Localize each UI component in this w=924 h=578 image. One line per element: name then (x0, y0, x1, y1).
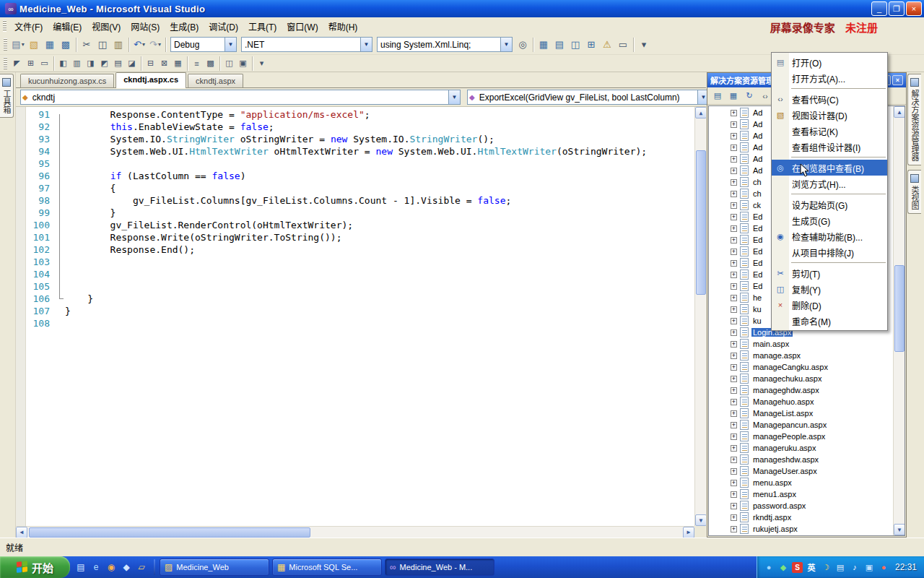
expand-icon[interactable]: + (731, 156, 737, 163)
tree-item[interactable]: +managechuku.aspx (709, 373, 893, 384)
context-menu-item[interactable]: 打开方式(A)... (772, 70, 887, 86)
vertical-spacing-icon[interactable]: ▩ (204, 56, 217, 70)
volume-icon[interactable]: ♪ (849, 561, 860, 573)
expand-icon[interactable]: + (731, 480, 737, 486)
tree-item[interactable]: +ManageUser.aspx (709, 465, 893, 477)
taskbar-window-button[interactable]: ∞Medicine_Web - M... (385, 558, 494, 576)
taskbar-window-button[interactable]: ▦Microsoft SQL Se... (272, 558, 382, 576)
code-line[interactable]: 100 gv_FileList.RenderControl(oHtmlTextW… (16, 219, 694, 231)
expand-icon[interactable]: + (731, 225, 737, 232)
align-centers-icon[interactable]: ▥ (70, 56, 84, 70)
expand-icon[interactable]: + (731, 376, 737, 382)
toolbox-icon[interactable]: ⊞ (583, 37, 599, 53)
same-width-icon[interactable]: ⊟ (144, 56, 157, 70)
class-view-sidetab[interactable]: 类视图 (907, 170, 921, 214)
context-menu-item[interactable]: 查看标记(K) (772, 123, 887, 139)
menu-item[interactable]: 网站(S) (126, 20, 165, 35)
code-line[interactable]: 93 System.IO.StringWriter oStringWriter … (16, 133, 694, 145)
insert-div-icon[interactable]: ▭ (38, 56, 51, 70)
object-browser-icon[interactable]: ◫ (567, 37, 583, 53)
tree-item[interactable]: +menu1.aspx (709, 488, 893, 500)
menu-item[interactable]: 编辑(E) (48, 20, 87, 35)
align-lefts-icon[interactable]: ◧ (56, 56, 70, 70)
code-line[interactable]: 102 Response.End(); (16, 243, 694, 256)
add-new-item-icon[interactable]: ▤▾ (10, 37, 26, 53)
types-combo[interactable]: ◆ ckndtj ▼ (20, 90, 461, 105)
code-line[interactable]: 98 gv_FileList.Columns[gv_FileList.Colum… (16, 194, 694, 207)
tree-item[interactable]: +ManageList.aspx (709, 407, 893, 419)
tree-item[interactable]: +Managehuo.aspx (709, 396, 893, 407)
expand-icon[interactable]: + (731, 249, 737, 255)
scroll-down-icon[interactable]: ▼ (894, 524, 905, 535)
toolbar-options-icon[interactable]: ▾ (636, 37, 652, 53)
context-menu-item[interactable]: ×删除(D) (772, 297, 887, 313)
document-tab[interactable]: ckndtj.aspx (188, 74, 243, 87)
combo-arrow-icon[interactable]: ▼ (360, 38, 372, 51)
expand-icon[interactable]: + (731, 364, 737, 371)
expand-icon[interactable]: + (731, 283, 737, 290)
expand-icon[interactable]: + (731, 237, 737, 243)
panel-close-icon[interactable]: × (892, 75, 903, 85)
expand-icon[interactable]: + (731, 168, 737, 174)
expand-icon[interactable]: + (731, 295, 737, 301)
combo-arrow-icon[interactable]: ▼ (448, 90, 460, 104)
editor-vertical-scrollbar[interactable]: ▲ ▼ (694, 107, 706, 526)
expand-icon[interactable]: + (731, 260, 737, 267)
sogou-icon[interactable]: S (792, 562, 803, 573)
expand-icon[interactable]: + (731, 202, 737, 209)
scroll-up-icon[interactable]: ▲ (894, 106, 905, 118)
menu-item[interactable]: 帮助(H) (323, 20, 363, 35)
menu-item[interactable]: 调试(D) (204, 20, 243, 35)
context-menu-item[interactable]: 设为起始页(G) (772, 197, 887, 212)
tree-item[interactable]: +manageshdw.aspx (709, 454, 893, 465)
select-pointer-icon[interactable]: ◤ (10, 56, 24, 70)
tree-item[interactable]: +rkndtj.aspx (709, 512, 893, 523)
messenger-icon[interactable]: ● (763, 561, 775, 573)
context-menu-item[interactable]: 生成页(G) (772, 212, 887, 228)
horizontal-spacing-icon[interactable]: ≡ (190, 56, 204, 70)
solution-explorer-icon[interactable]: ▦ (536, 37, 552, 53)
code-line[interactable]: 104 (16, 268, 694, 280)
start-button[interactable]: 开始 (0, 556, 70, 578)
align-rights-icon[interactable]: ◨ (84, 56, 97, 70)
members-combo[interactable]: ◆ ExportExcel(GridView gv_FileList, bool… (467, 90, 710, 105)
ime-lang-icon[interactable]: 英 (806, 561, 817, 573)
find-combo[interactable]: using System.Xml.Linq; ▼ (377, 37, 513, 52)
expand-icon[interactable]: + (731, 399, 737, 405)
view-code-icon[interactable]: ‹› (758, 89, 772, 103)
menu-item[interactable]: 窗口(W) (282, 20, 323, 35)
context-menu-item[interactable]: ◎在浏览器中查看(B) (772, 160, 887, 176)
code-line[interactable]: 97 { (16, 182, 694, 194)
cut-icon[interactable]: ✂ (79, 37, 95, 53)
expand-icon[interactable]: + (731, 144, 737, 151)
expand-icon[interactable]: + (731, 110, 737, 116)
expand-icon[interactable]: + (731, 410, 737, 417)
align-middles-icon[interactable]: ▤ (111, 56, 125, 70)
tree-item[interactable]: +manageghdw.aspx (709, 384, 893, 396)
expand-icon[interactable]: + (731, 503, 737, 509)
command-window-icon[interactable]: ▭ (615, 37, 631, 53)
same-height-icon[interactable]: ⊠ (157, 56, 171, 70)
properties-icon[interactable]: ▤ (710, 89, 725, 103)
context-menu-item[interactable]: 从项目中排除(J) (772, 244, 887, 260)
toolbox-tab[interactable]: 工具箱 (0, 74, 14, 118)
expand-icon[interactable]: + (731, 133, 737, 139)
expand-icon[interactable]: + (731, 434, 737, 440)
tree-item[interactable]: +manage.aspx (709, 350, 893, 361)
tree-item[interactable]: +Managepancun.aspx (709, 419, 893, 431)
expand-icon[interactable]: + (731, 491, 737, 498)
tree-item[interactable]: +menu.aspx (709, 477, 893, 488)
find-icon[interactable]: ◎ (515, 37, 531, 53)
align-tops-icon[interactable]: ◩ (97, 56, 111, 70)
expand-icon[interactable]: + (731, 329, 737, 336)
vertical-scroll-thumb[interactable] (696, 150, 706, 295)
antivirus-icon[interactable]: ◆ (777, 561, 789, 573)
expand-icon[interactable]: + (731, 457, 737, 463)
expand-icon[interactable]: + (731, 179, 737, 186)
expand-icon[interactable]: + (731, 353, 737, 359)
context-menu-item[interactable]: ▤打开(O) (772, 54, 887, 70)
minimize-button[interactable]: _ (871, 1, 887, 16)
context-menu-item[interactable]: ▧视图设计器(D) (772, 107, 887, 123)
code-line[interactable]: 106 } (16, 293, 694, 305)
code-line[interactable]: 91 Response.ContentType = "application/m… (16, 108, 694, 121)
